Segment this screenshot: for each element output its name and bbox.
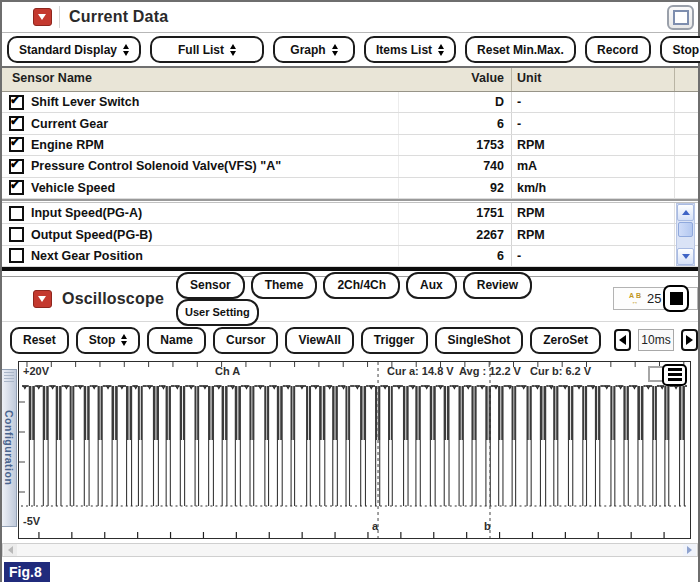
table-row[interactable]: Vehicle Speed92km/h — [2, 178, 698, 199]
display-mode-button[interactable] — [662, 364, 687, 386]
dropdown-spinner-icon — [123, 44, 129, 56]
maximize-icon — [673, 10, 689, 25]
oscilloscope-title: Oscilloscope — [62, 290, 164, 308]
hscroll-left-button[interactable] — [4, 544, 17, 556]
table-row[interactable]: Engine RPM1753RPM — [2, 135, 698, 156]
button-label: Stop — [672, 43, 699, 57]
a-b-interval-icon: A B↔ — [629, 293, 641, 305]
items-list-button[interactable]: Items List — [364, 36, 456, 63]
sensor-value: 6 — [398, 117, 504, 131]
sensor-button[interactable]: Sensor — [176, 272, 245, 299]
checked-checkbox[interactable] — [9, 95, 24, 110]
user-setting-button[interactable]: User Setting — [176, 299, 259, 326]
column-header-value[interactable]: Value — [398, 71, 504, 85]
stop-square-button[interactable] — [663, 285, 689, 312]
standard-display-button[interactable]: Standard Display — [7, 36, 141, 63]
timebase-increase-button[interactable] — [681, 329, 698, 351]
column-divider — [674, 135, 675, 155]
checked-checkbox[interactable] — [9, 116, 24, 131]
unchecked-checkbox[interactable] — [9, 206, 24, 221]
sensor-unit: RPM — [517, 138, 545, 152]
hscroll-right-icon — [687, 546, 692, 554]
scope-horizontal-scrollbar[interactable] — [2, 543, 698, 557]
aux-button[interactable]: Aux — [406, 272, 457, 299]
cursor-a-readout: Cur a: 14.8 V — [387, 365, 454, 377]
table-row[interactable]: Pressure Control Solenoid Valve(VFS) "A"… — [2, 156, 698, 177]
table-row[interactable]: Next Gear Position6- — [2, 246, 698, 267]
scroll-thumb[interactable] — [678, 222, 693, 237]
2ch-4ch-button[interactable]: 2Ch/4Ch — [323, 272, 400, 299]
stop-button[interactable]: Stop — [660, 36, 700, 63]
sensor-name: Engine RPM — [31, 138, 104, 152]
sensor-unit: km/h — [517, 181, 546, 195]
zeroset-button[interactable]: ZeroSet — [530, 327, 601, 354]
reset-button[interactable]: Reset — [10, 327, 69, 354]
column-divider — [511, 113, 512, 133]
column-divider — [511, 68, 512, 91]
hscroll-left-icon — [8, 546, 13, 554]
table-row[interactable]: Input Speed(PG-A)1751RPM — [2, 203, 698, 224]
sensor-name: Next Gear Position — [31, 249, 143, 263]
unchecked-checkbox[interactable] — [9, 227, 24, 242]
sensor-unit: - — [517, 117, 521, 131]
current-data-toolbar: Standard DisplayFull ListGraphItems List… — [2, 33, 698, 66]
window-menu-icon[interactable] — [33, 290, 52, 308]
column-divider — [674, 68, 675, 91]
hscroll-right-button[interactable] — [683, 544, 696, 556]
checked-checkbox[interactable] — [9, 159, 24, 174]
column-divider — [511, 178, 512, 198]
column-header-unit[interactable]: Unit — [517, 71, 541, 85]
table-row[interactable]: Current Gear6- — [2, 113, 698, 134]
sensor-unit: - — [517, 249, 521, 263]
scope-area: Configuration +20V Ch A Cur a: 14.8 V Av… — [2, 361, 698, 539]
button-label: Reset — [23, 333, 56, 347]
oscilloscope-window: Oscilloscope SensorTheme2Ch/4ChAuxReview… — [2, 276, 698, 557]
current-data-window: Current Data Standard DisplayFull ListGr… — [2, 2, 698, 271]
cursor-a-label: a — [372, 520, 378, 532]
viewall-button[interactable]: ViewAll — [285, 327, 353, 354]
cursor-button[interactable]: Cursor — [213, 327, 278, 354]
name-button[interactable]: Name — [147, 327, 206, 354]
button-label: Review — [477, 278, 518, 292]
trigger-button[interactable]: Trigger — [361, 327, 428, 354]
checked-checkbox[interactable] — [9, 137, 24, 152]
button-label: Graph — [290, 43, 325, 57]
scroll-track[interactable] — [677, 238, 694, 248]
column-header-sensor-name[interactable]: Sensor Name — [12, 71, 92, 85]
button-label: User Setting — [185, 306, 250, 318]
button-label: Reset Min.Max. — [477, 43, 564, 57]
scroll-down-button[interactable] — [677, 248, 694, 265]
button-label: Name — [160, 333, 193, 347]
graph-button[interactable]: Graph — [273, 36, 355, 63]
stop-button[interactable]: Stop — [76, 327, 141, 354]
sensor-value: 740 — [398, 159, 504, 173]
column-divider — [511, 224, 512, 244]
full-list-button[interactable]: Full List — [150, 36, 264, 63]
column-divider — [511, 135, 512, 155]
sensor-name: Output Speed(PG-B) — [31, 228, 153, 242]
sensor-value: 92 — [398, 181, 504, 195]
theme-button[interactable]: Theme — [251, 272, 318, 299]
timebase-decrease-button[interactable] — [614, 329, 631, 351]
record-button[interactable]: Record — [585, 36, 651, 63]
button-label: ZeroSet — [543, 333, 588, 347]
timebase-field[interactable]: 10ms — [638, 329, 674, 351]
cursor-b-readout: Cur b: 6.2 V — [530, 365, 591, 377]
checked-checkbox[interactable] — [9, 180, 24, 195]
table-header: Sensor Name Value Unit — [2, 66, 698, 92]
table-row[interactable]: Output Speed(PG-B)2267RPM — [2, 224, 698, 245]
sensor-value: 1751 — [398, 206, 504, 220]
review-button[interactable]: Review — [463, 272, 532, 299]
current-data-titlebar: Current Data — [2, 2, 698, 33]
reset-min-max-button[interactable]: Reset Min.Max. — [465, 36, 576, 63]
table-row[interactable]: Shift Lever SwitchD- — [2, 92, 698, 113]
column-divider — [674, 203, 675, 223]
singleshot-button[interactable]: SingleShot — [435, 327, 524, 354]
table-scrollbar[interactable] — [676, 203, 695, 266]
scroll-up-button[interactable] — [677, 204, 694, 221]
unchecked-checkbox[interactable] — [9, 248, 24, 263]
scroll-up-icon — [682, 210, 690, 215]
window-menu-icon[interactable] — [33, 8, 52, 26]
configuration-tab[interactable]: Configuration — [2, 369, 17, 527]
maximize-button[interactable] — [667, 5, 694, 30]
